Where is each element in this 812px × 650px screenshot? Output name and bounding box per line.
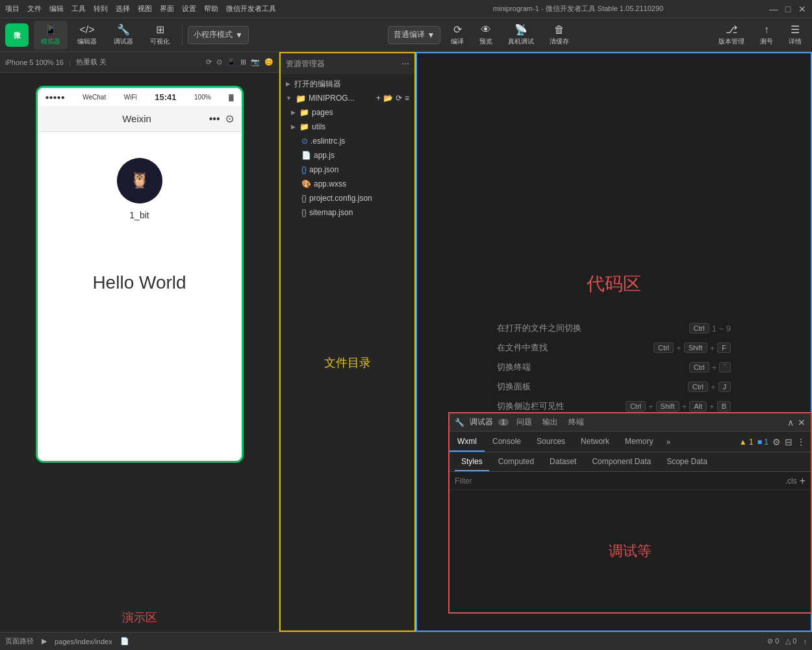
avatar: 🦉 xyxy=(117,158,162,203)
subtab-computed[interactable]: Computed xyxy=(492,452,540,471)
shortcut-row-sidebar: 切换侧边栏可见性 Ctrl + Shift + Alt + B xyxy=(497,400,731,412)
status-path-value[interactable]: pages/index/index xyxy=(55,638,112,645)
phone-nav-dots[interactable]: ••• xyxy=(209,113,220,125)
new-file-icon[interactable]: + xyxy=(376,94,381,103)
menu-goto[interactable]: 转到 xyxy=(94,4,108,14)
maximize-button[interactable]: □ xyxy=(783,5,793,14)
version-mgmt-button[interactable]: ⎇ 版本管理 xyxy=(713,21,750,49)
menu-select[interactable]: 选择 xyxy=(116,4,130,14)
tab-wxml[interactable]: Wxml xyxy=(450,432,485,452)
app-json-icon: {} xyxy=(301,165,307,174)
menu-view[interactable]: 视图 xyxy=(138,4,152,14)
simulator-button[interactable]: 📱 模拟器 xyxy=(34,21,68,49)
visual-label: 可视化 xyxy=(150,37,170,46)
pages-label: pages xyxy=(312,108,333,117)
debug-more-icon[interactable]: ⋮ xyxy=(796,437,806,447)
tab-memory[interactable]: Memory xyxy=(617,432,661,452)
eslintrc-file[interactable]: ⊙ .eslintrc.js xyxy=(281,134,414,148)
explorer-more-icon[interactable]: ⋯ xyxy=(401,59,409,68)
tab-sources[interactable]: Sources xyxy=(529,432,573,452)
app-js-file[interactable]: 📄 app.js xyxy=(281,148,414,162)
debug-nav-output[interactable]: 输出 xyxy=(540,417,561,428)
pages-folder[interactable]: ▶ 📁 pages xyxy=(281,105,414,120)
hot-reload-toggle[interactable]: 热重载 关 xyxy=(76,57,107,67)
utils-folder[interactable]: ▶ 📁 utils xyxy=(281,120,414,134)
version-mgmt-label: 版本管理 xyxy=(718,37,744,46)
menu-project[interactable]: 项目 xyxy=(5,4,19,14)
menu-file[interactable]: 文件 xyxy=(27,4,42,14)
toolbar-right: ⎇ 版本管理 ↑ 测号 ☰ 详情 xyxy=(713,21,807,49)
main-toolbar: 微 📱 模拟器 </> 编辑器 🔧 调试器 ⊞ 可视化 小程序模式 ▼ 普通编译… xyxy=(0,18,812,52)
preview-button[interactable]: 👁 预览 xyxy=(474,21,498,49)
menu-help[interactable]: 帮助 xyxy=(204,4,218,14)
collapse-icon[interactable]: ≡ xyxy=(405,94,409,103)
sim-capture-icon[interactable]: 📷 xyxy=(251,58,260,66)
subtab-styles[interactable]: Styles xyxy=(455,452,489,471)
wechat-label: WeChat xyxy=(82,94,106,101)
clear-cache-button[interactable]: 🗑 清缓存 xyxy=(544,21,574,49)
tab-console[interactable]: Console xyxy=(485,432,529,452)
debug-filter-add-icon[interactable]: + xyxy=(800,475,806,487)
close-button[interactable]: ✕ xyxy=(798,5,807,14)
app-json-file[interactable]: {} app.json xyxy=(281,162,414,177)
menu-wechat-devtools[interactable]: 微信开发者工具 xyxy=(226,4,276,14)
menu-settings[interactable]: 设置 xyxy=(182,4,196,14)
status-error-count: △ 0 xyxy=(785,637,796,645)
project-config-file[interactable]: {} project.config.json xyxy=(281,191,414,205)
new-folder-icon[interactable]: 📂 xyxy=(383,94,393,103)
project-root[interactable]: ▼ 📁 MINIPROG... + 📂 ⟳ ≡ xyxy=(281,91,414,105)
minimize-button[interactable]: — xyxy=(769,5,778,14)
sitemap-file[interactable]: {} sitemap.json xyxy=(281,205,414,220)
shortcut-keys-find: Ctrl + Shift + F xyxy=(653,343,731,353)
window-controls: — □ ✕ xyxy=(769,5,807,14)
debug-warning-badge: ▲ 1 xyxy=(739,437,754,447)
debugger-button[interactable]: 🔧 调试器 xyxy=(107,21,140,49)
phone-status-bar: ●●●●● WeChat WiFi 15:41 100% ▓ xyxy=(38,88,242,106)
visual-icon: ⊞ xyxy=(156,23,164,36)
mode-dropdown[interactable]: 小程序模式 ▼ xyxy=(188,26,249,44)
debug-close-icon[interactable]: ✕ xyxy=(798,417,806,428)
test-num-icon: ↑ xyxy=(764,24,769,36)
real-device-button[interactable]: 📡 真机调试 xyxy=(503,21,539,49)
debug-settings-icon[interactable]: ⚙ xyxy=(772,437,781,447)
app-wxss-file[interactable]: 🎨 app.wxss xyxy=(281,177,414,191)
simulator-content: ●●●●● WeChat WiFi 15:41 100% ▓ Weixin ••… xyxy=(0,73,279,603)
main-layout: iPhone 5 100% 16 | 热重载 关 ⟳ ⊙ 📱 ⊞ 📷 😊 ●●●… xyxy=(0,52,812,632)
phone-nav-record[interactable]: ⊙ xyxy=(225,112,234,125)
sim-phone-icon[interactable]: 📱 xyxy=(227,58,236,66)
subtab-dataset[interactable]: Dataset xyxy=(543,452,583,471)
status-right-icon[interactable]: ↑ xyxy=(804,638,807,645)
status-warning-count: ⊘ 0 xyxy=(767,637,779,645)
sim-record-icon[interactable]: ⊙ xyxy=(216,58,222,66)
tab-more[interactable]: » xyxy=(661,432,676,452)
debug-filter-bar: .cls + xyxy=(450,472,811,490)
tab-network[interactable]: Network xyxy=(573,432,617,452)
compile-dropdown[interactable]: 普通编译 ▼ xyxy=(388,26,441,44)
opened-editors-section[interactable]: ▶ 打开的编辑器 xyxy=(281,77,414,91)
utils-label: utils xyxy=(312,122,325,131)
subtab-scope-data[interactable]: Scope Data xyxy=(660,452,714,471)
refresh-icon[interactable]: ⟳ xyxy=(396,94,402,103)
subtab-component-data[interactable]: Component Data xyxy=(585,452,657,471)
simulator-panel: iPhone 5 100% 16 | 热重载 关 ⟳ ⊙ 📱 ⊞ 📷 😊 ●●●… xyxy=(0,52,279,632)
menu-interface[interactable]: 界面 xyxy=(160,4,174,14)
menu-edit[interactable]: 编辑 xyxy=(49,4,64,14)
debug-filter-input[interactable] xyxy=(455,476,783,486)
status-page-icon[interactable]: 📄 xyxy=(120,637,129,645)
app-json-label: app.json xyxy=(309,165,338,174)
debug-nav-terminal[interactable]: 终端 xyxy=(566,417,587,428)
test-num-button[interactable]: ↑ 测号 xyxy=(755,21,778,49)
detail-button[interactable]: ☰ 详情 xyxy=(783,21,807,49)
visual-button[interactable]: ⊞ 可视化 xyxy=(143,21,177,49)
sim-dual-icon[interactable]: ⊞ xyxy=(240,58,246,66)
sim-refresh-icon[interactable]: ⟳ xyxy=(206,58,212,66)
menu-tool[interactable]: 工具 xyxy=(71,4,86,14)
debug-dock-icon[interactable]: ⊟ xyxy=(785,437,793,447)
compile-button[interactable]: ⟳ 编译 xyxy=(446,21,469,49)
debug-nav-issues[interactable]: 问题 xyxy=(514,417,535,428)
editor-button[interactable]: </> 编辑器 xyxy=(70,21,104,49)
explorer-panel: 资源管理器 ⋯ ▶ 打开的编辑器 ▼ 📁 MINIPROG... + 📂 ⟳ ≡ xyxy=(279,52,416,632)
debug-collapse-icon[interactable]: ∧ xyxy=(787,417,794,428)
device-selector[interactable]: iPhone 5 100% 16 xyxy=(5,58,64,66)
sim-face-icon[interactable]: 😊 xyxy=(264,58,273,66)
